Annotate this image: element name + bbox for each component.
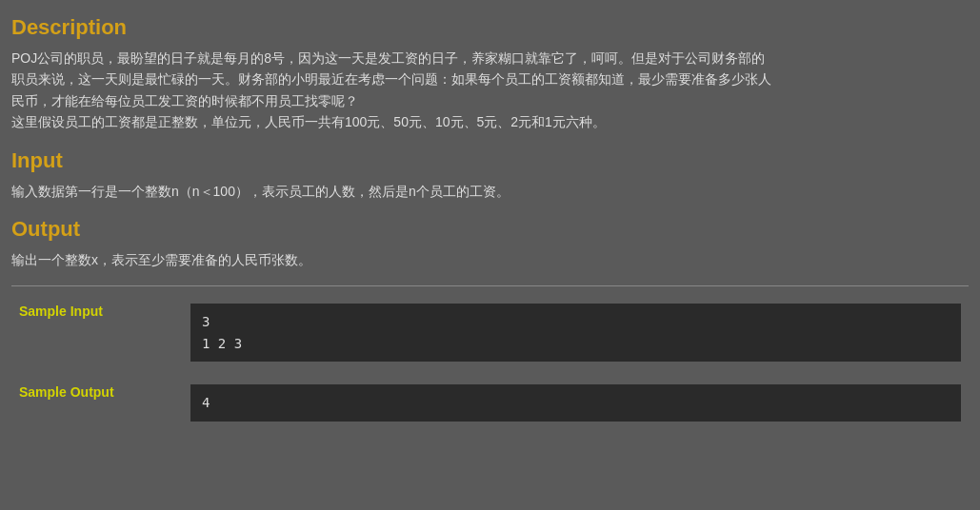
sample-output-value: 4: [202, 392, 950, 413]
description-line1: POJ公司的职员，最盼望的日子就是每月的8号，因为这一天是发工资的日子，养家糊口…: [11, 50, 765, 66]
output-content: 输出一个整数x，表示至少需要准备的人民币张数。: [11, 249, 969, 270]
sample-output-box: 4: [190, 384, 961, 421]
sample-input-line2: 1 2 3: [202, 333, 950, 354]
input-section: Input 输入数据第一行是一个整数n（n＜100），表示员工的人数，然后是n个…: [11, 148, 969, 202]
sample-output-cell: 4: [183, 379, 969, 426]
output-title: Output: [11, 217, 969, 242]
sample-input-line1: 3: [202, 311, 950, 332]
description-line4: 这里假设员工的工资都是正整数，单位元，人民币一共有100元、50元、10元、5元…: [11, 114, 606, 129]
page-container: Description POJ公司的职员，最盼望的日子就是每月的8号，因为这一天…: [0, 0, 980, 442]
sample-input-box: 3 1 2 3: [190, 304, 961, 362]
sample-input-cell: 3 1 2 3: [183, 298, 969, 367]
sample-input-row: Sample Input 3 1 2 3: [11, 298, 969, 367]
sample-table: Sample Input 3 1 2 3 Sample Output 4: [11, 298, 969, 426]
description-title: Description: [11, 15, 969, 40]
sample-output-row: Sample Output 4: [11, 379, 969, 426]
description-line3: 民币，才能在给每位员工发工资的时候都不用员工找零呢？: [11, 93, 358, 108]
sample-output-label: Sample Output: [11, 379, 183, 426]
description-section: Description POJ公司的职员，最盼望的日子就是每月的8号，因为这一天…: [11, 15, 969, 133]
section-divider: [11, 285, 969, 286]
input-title: Input: [11, 148, 969, 173]
output-section: Output 输出一个整数x，表示至少需要准备的人民币张数。: [11, 217, 969, 270]
description-content: POJ公司的职员，最盼望的日子就是每月的8号，因为这一天是发工资的日子，养家糊口…: [11, 48, 969, 133]
input-content: 输入数据第一行是一个整数n（n＜100），表示员工的人数，然后是n个员工的工资。: [11, 181, 969, 202]
spacer-row: [11, 367, 969, 379]
sample-input-label: Sample Input: [11, 298, 183, 367]
description-line2: 职员来说，这一天则是最忙碌的一天。财务部的小明最近在考虑一个问题：如果每个员工的…: [11, 71, 771, 87]
